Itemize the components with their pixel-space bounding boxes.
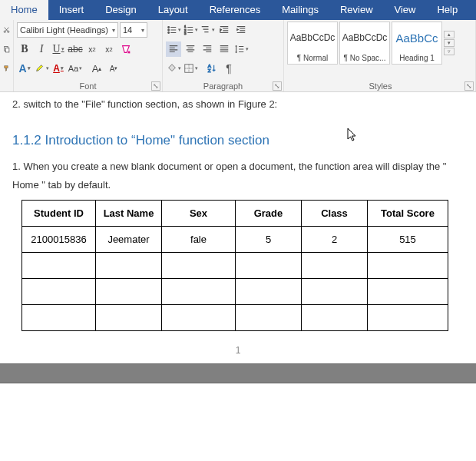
- body-text: 2. switch to the "File" function section…: [12, 97, 464, 113]
- font-color-button[interactable]: A▾: [51, 61, 66, 76]
- subscript-button[interactable]: x2: [84, 41, 100, 57]
- increase-indent-button[interactable]: [233, 22, 249, 38]
- styles-row-down[interactable]: ▾: [444, 39, 455, 47]
- show-marks-button[interactable]: ¶: [221, 61, 236, 76]
- multilevel-list-button[interactable]: ▾: [200, 22, 215, 38]
- style-normal[interactable]: AaBbCcDc ¶ Normal: [287, 22, 338, 65]
- align-center-button[interactable]: [183, 41, 198, 57]
- decrease-indent-button[interactable]: [217, 22, 232, 38]
- table-header-row: Student ID Last Name Sex Grade Class Tot…: [22, 201, 448, 227]
- table-cell[interactable]: 515: [368, 227, 448, 253]
- font-name-combo[interactable]: Calibri Light (Headings) ▾: [17, 22, 118, 38]
- table-cell[interactable]: [236, 253, 302, 279]
- style-preview: AaBbCcDc: [340, 22, 389, 53]
- table-cell[interactable]: [368, 253, 448, 279]
- align-right-button[interactable]: [200, 41, 215, 57]
- table-cell[interactable]: [22, 279, 96, 305]
- font-size-combo[interactable]: 14 ▾: [120, 22, 147, 38]
- tab-view[interactable]: View: [384, 0, 427, 20]
- tab-design[interactable]: Design: [94, 0, 147, 20]
- cut-button[interactable]: [3, 22, 10, 38]
- tab-references[interactable]: References: [199, 0, 271, 20]
- style-preview: AaBbCcDc: [288, 22, 337, 53]
- chevron-down-icon: ▾: [139, 27, 144, 34]
- style-heading-1[interactable]: AaBbCc Heading 1: [392, 22, 442, 65]
- body-text: 1. When you create a new blank document …: [12, 158, 464, 195]
- table-cell[interactable]: [96, 253, 162, 279]
- svg-point-2: [8, 31, 9, 32]
- paragraph-group-label: Paragraph: [203, 81, 243, 91]
- bold-button[interactable]: B: [17, 41, 32, 57]
- table-cell[interactable]: [236, 279, 302, 305]
- superscript-button[interactable]: x2: [101, 41, 117, 57]
- document-area[interactable]: 2. switch to the "File" function section…: [0, 92, 476, 461]
- grow-font-button[interactable]: A▴: [89, 61, 104, 76]
- bullets-button[interactable]: ▾: [166, 22, 181, 38]
- table-cell[interactable]: [302, 279, 368, 305]
- table-row[interactable]: [22, 279, 448, 305]
- style-preview: AaBbCc: [392, 22, 441, 53]
- table-cell[interactable]: [162, 253, 236, 279]
- svg-point-1: [4, 31, 5, 32]
- table-cell[interactable]: [236, 305, 302, 331]
- table-cell[interactable]: [302, 253, 368, 279]
- styles-dialog-launcher[interactable]: ⤡: [464, 81, 474, 91]
- svg-text:Z: Z: [208, 68, 211, 73]
- heading-1: 1.1.2 Introduction to “Home" function se…: [12, 133, 464, 148]
- paragraph-dialog-launcher[interactable]: ⤡: [273, 81, 282, 91]
- shading-button[interactable]: ▾: [166, 61, 181, 76]
- italic-button[interactable]: I: [34, 41, 49, 57]
- table-row[interactable]: [22, 305, 448, 331]
- align-left-button[interactable]: [166, 41, 181, 57]
- style-name-label: Heading 1: [392, 53, 441, 64]
- table-cell[interactable]: 2100015836: [22, 227, 96, 253]
- table-row[interactable]: 2100015836Jeematerfale52515: [22, 227, 448, 253]
- styles-expand[interactable]: ▿: [444, 48, 455, 55]
- table-cell[interactable]: 5: [236, 227, 302, 253]
- table-row[interactable]: [22, 253, 448, 279]
- table-cell[interactable]: [162, 279, 236, 305]
- table-cell[interactable]: [22, 305, 96, 331]
- table-cell[interactable]: fale: [162, 227, 236, 253]
- tab-home[interactable]: Home: [0, 0, 48, 20]
- table-cell[interactable]: [162, 305, 236, 331]
- table-cell[interactable]: [96, 279, 162, 305]
- table-header: Total Score: [368, 201, 448, 227]
- table-cell[interactable]: [96, 305, 162, 331]
- style-no-spacing[interactable]: AaBbCcDc ¶ No Spac...: [339, 22, 390, 65]
- tab-insert[interactable]: Insert: [48, 0, 95, 20]
- ribbon: Calibri Light (Headings) ▾ 14 ▾ B I U▾ a…: [0, 20, 476, 92]
- clear-formatting-button[interactable]: [118, 41, 134, 57]
- sort-button[interactable]: AZ: [204, 61, 220, 76]
- text-effects-button[interactable]: A▾: [17, 61, 32, 76]
- font-group-label: Font: [79, 81, 96, 91]
- table-cell[interactable]: [368, 279, 448, 305]
- tab-layout[interactable]: Layout: [147, 0, 199, 20]
- tab-review[interactable]: Review: [329, 0, 384, 20]
- line-spacing-button[interactable]: ▾: [233, 41, 249, 57]
- underline-button[interactable]: U▾: [51, 41, 66, 57]
- table-cell[interactable]: [22, 253, 96, 279]
- student-table[interactable]: Student ID Last Name Sex Grade Class Tot…: [21, 200, 448, 331]
- tab-help[interactable]: Help: [426, 0, 468, 20]
- format-painter-button[interactable]: [3, 60, 10, 77]
- table-cell[interactable]: [302, 305, 368, 331]
- tell-me[interactable]: Tel: [468, 4, 476, 17]
- strikethrough-button[interactable]: abc: [68, 41, 83, 57]
- font-dialog-launcher[interactable]: ⤡: [151, 81, 160, 91]
- table-cell[interactable]: [368, 305, 448, 331]
- table-cell[interactable]: Jeemater: [96, 227, 162, 253]
- numbering-button[interactable]: 123▾: [183, 22, 198, 38]
- styles-group-label: Styles: [369, 81, 392, 91]
- shrink-font-button[interactable]: A▾: [106, 61, 121, 76]
- svg-rect-4: [5, 48, 9, 52]
- table-cell[interactable]: 2: [302, 227, 368, 253]
- styles-row-up[interactable]: ▴: [444, 31, 455, 38]
- borders-button[interactable]: ▾: [183, 61, 198, 76]
- chevron-down-icon: ▾: [110, 27, 115, 34]
- tab-mailings[interactable]: Mailings: [271, 0, 329, 20]
- highlight-button[interactable]: ▾: [34, 61, 49, 76]
- justify-button[interactable]: [217, 41, 232, 57]
- change-case-button[interactable]: Aa▾: [68, 61, 83, 76]
- copy-button[interactable]: [3, 41, 10, 58]
